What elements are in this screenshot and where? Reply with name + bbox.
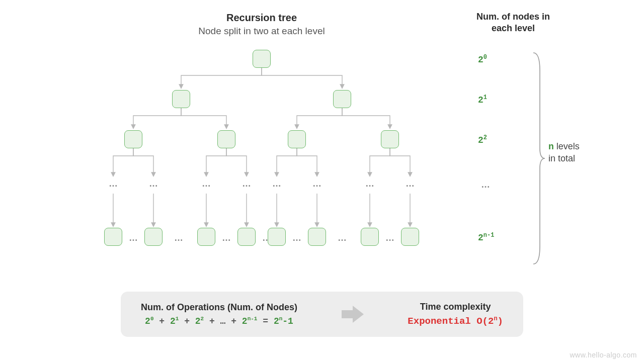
ellipsis: … xyxy=(382,233,397,243)
ellipsis: … xyxy=(269,178,284,189)
diagram-title: Recursion tree xyxy=(70,12,453,24)
tree-node xyxy=(253,50,271,68)
level-count-1: 21 xyxy=(478,94,508,105)
levels-total-label: n levels in total xyxy=(548,141,580,165)
ellipsis: … xyxy=(335,233,350,243)
operations-formula: 20 + 21 + 22 + … + 2n-1 = 2n-1 xyxy=(141,316,297,326)
tree-node xyxy=(361,228,379,246)
ellipsis: … xyxy=(309,178,325,189)
level-count-0: 20 xyxy=(478,54,508,65)
ellipsis: … xyxy=(126,233,141,243)
time-complexity-value: Exponential O(2n) xyxy=(408,315,503,327)
brace xyxy=(531,50,546,266)
recursion-tree: … … … … … … … … … … … … … … … xyxy=(70,48,453,274)
tree-node xyxy=(197,228,215,246)
tree-node xyxy=(381,130,399,148)
tree-node xyxy=(237,228,256,246)
tree-node xyxy=(217,130,235,148)
tree-node xyxy=(288,130,306,148)
ellipsis: … xyxy=(199,178,214,189)
watermark: www.hello-algo.com xyxy=(570,351,637,359)
ellipsis: … xyxy=(146,178,161,189)
tree-node xyxy=(172,90,190,108)
tree-node xyxy=(333,90,351,108)
tree-node xyxy=(308,228,326,246)
tree-node xyxy=(124,130,142,148)
level-count-2: 22 xyxy=(478,134,508,145)
ellipsis: … xyxy=(239,178,254,189)
level-count-last: 2n-1 xyxy=(478,232,508,243)
time-complexity-title: Time complexity xyxy=(408,302,503,312)
level-count-ellipsis: … xyxy=(481,179,490,190)
operations-title: Num. of Operations (Num. of Nodes) xyxy=(141,302,297,313)
arrow-right-icon xyxy=(342,306,364,323)
tree-node xyxy=(144,228,163,246)
tree-node xyxy=(104,228,122,246)
ellipsis: … xyxy=(219,233,234,243)
tree-node xyxy=(268,228,286,246)
ellipsis: … xyxy=(289,233,304,243)
diagram-subtitle: Node split in two at each level xyxy=(70,26,453,37)
ellipsis: … xyxy=(403,178,418,189)
right-column-header: Num. of nodes in each level xyxy=(468,11,558,34)
summary-callout: Num. of Operations (Num. of Nodes) 20 + … xyxy=(121,292,523,337)
ellipsis: … xyxy=(106,178,121,189)
ellipsis: … xyxy=(362,178,377,189)
tree-node xyxy=(401,228,419,246)
ellipsis: … xyxy=(171,233,186,243)
